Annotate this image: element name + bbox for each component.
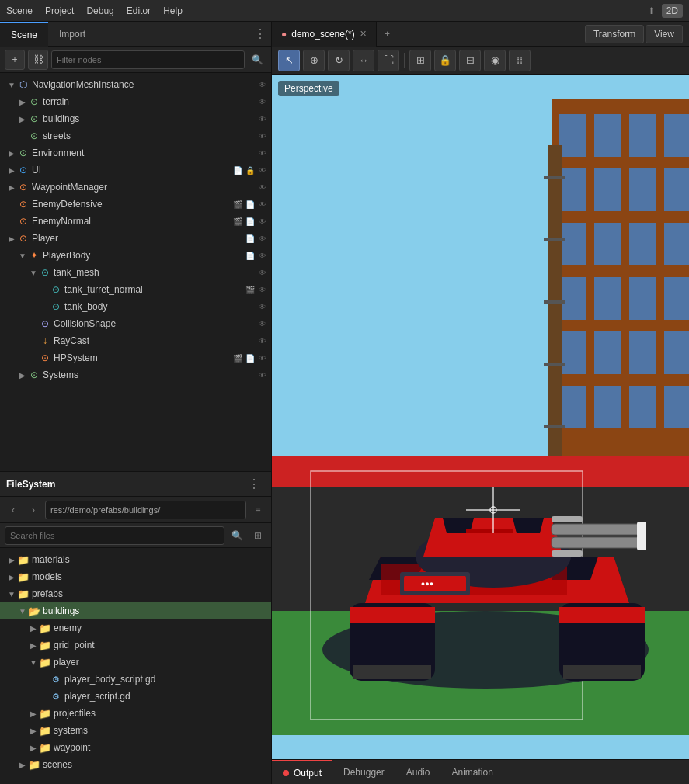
select-tool[interactable]: ↖ — [278, 50, 300, 71]
search-icon[interactable]: 🔍 — [228, 526, 246, 545]
tree-node-EnemyDefensive[interactable]: ⊙ EnemyDefensive 🎬 📄 👁 — [0, 196, 271, 213]
tree-node-tank_body[interactable]: ⊙ tank_body 👁 — [0, 298, 271, 315]
fs-item-prefabs[interactable]: ▼ 📁 prefabs — [0, 585, 271, 602]
eye-icon[interactable]: 👁 — [257, 130, 268, 141]
eye-icon[interactable]: 👁 — [257, 79, 268, 90]
camera-tool[interactable]: ◉ — [484, 50, 506, 71]
upload-icon: ⬆ — [648, 5, 656, 16]
tree-node-CollisionShape[interactable]: ⊙ CollisionShape 👁 — [0, 315, 271, 332]
tree-node-NavigationMeshInstance[interactable]: ▼ ⬡ NavigationMeshInstance 👁 — [0, 76, 271, 93]
viewport-tab-scene[interactable]: ● demo_scene(*) ✕ — [272, 22, 377, 47]
tree-node-EnemyNormal[interactable]: ⊙ EnemyNormal 🎬 📄 👁 — [0, 213, 271, 230]
menu-help[interactable]: Help — [163, 5, 183, 16]
eye-icon[interactable]: 👁 — [257, 301, 268, 312]
fs-item-player[interactable]: ▼ 📁 player — [0, 654, 271, 671]
menu-project[interactable]: Project — [45, 5, 74, 16]
dots-tool[interactable]: ⁞⁞ — [509, 50, 531, 71]
perspective-label[interactable]: Perspective — [278, 81, 339, 96]
eye-icon[interactable]: 👁 — [257, 233, 268, 244]
mesh-icon: ⊙ — [50, 283, 62, 296]
eye-icon[interactable]: 👁 — [257, 216, 268, 227]
layout-toggle-button[interactable]: ⊞ — [249, 527, 266, 544]
eye-icon[interactable]: 👁 — [257, 284, 268, 295]
link-button[interactable]: ⛓ — [28, 50, 48, 70]
tree-node-tank_turret_normal[interactable]: ⊙ tank_turret_normal 🎬 👁 — [0, 281, 271, 298]
eye-icon[interactable]: 👁 — [257, 165, 268, 175]
svg-text:●●●: ●●● — [421, 580, 433, 588]
add-node-button[interactable]: + — [5, 50, 25, 70]
fs-item-projectiles[interactable]: ▶ 📁 projectiles — [0, 705, 271, 722]
tree-node-HPSystem[interactable]: ⊙ HPSystem 🎬 📄 👁 — [0, 349, 271, 366]
arrow-icon: ▼ — [28, 269, 39, 277]
tab-close-button[interactable]: ✕ — [360, 29, 367, 39]
transform-button[interactable]: Transform — [585, 25, 644, 43]
tab-output[interactable]: Output — [272, 760, 332, 785]
fs-item-buildings[interactable]: ▼ 📂 buildings — [0, 602, 271, 619]
eye-icon[interactable]: 👁 — [257, 199, 268, 210]
tree-node-PlayerBody[interactable]: ▼ ✦ PlayerBody 📄 👁 — [0, 247, 271, 264]
collapse-button[interactable]: ≡ — [249, 501, 266, 519]
fs-item-waypoint[interactable]: ▶ 📁 waypoint — [0, 739, 271, 756]
rotate-tool[interactable]: ↻ — [328, 50, 350, 71]
svg-rect-18 — [559, 331, 586, 374]
item-label: scenes — [43, 759, 72, 770]
tree-node-terrain[interactable]: ▶ ⊙ terrain 👁 — [0, 93, 271, 110]
tree-node-Player[interactable]: ▶ ⊙ Player 📄 👁 — [0, 230, 271, 247]
add-tab-button[interactable]: + — [377, 22, 398, 47]
svg-rect-2 — [559, 114, 586, 157]
fs-item-player_body_script[interactable]: ⚙ player_body_script.gd — [0, 671, 271, 688]
eye-icon[interactable]: 👁 — [257, 335, 268, 346]
lock-icon[interactable]: 🔒 — [245, 165, 256, 175]
menu-debug[interactable]: Debug — [86, 5, 113, 16]
nav-forward-button[interactable]: › — [25, 501, 42, 519]
eye-icon[interactable]: 👁 — [257, 267, 268, 278]
eye-icon[interactable]: 👁 — [257, 182, 268, 193]
nav-back-button[interactable]: ‹ — [5, 501, 22, 519]
fs-item-systems[interactable]: ▶ 📁 systems — [0, 722, 271, 739]
snap-tool[interactable]: ⊟ — [459, 50, 481, 71]
search-button[interactable]: 🔍 — [248, 50, 266, 69]
menu-editor[interactable]: Editor — [127, 5, 151, 16]
eye-icon[interactable]: 👁 — [257, 369, 268, 380]
tree-node-tank_mesh[interactable]: ▼ ⊙ tank_mesh 👁 — [0, 264, 271, 281]
tree-node-Systems[interactable]: ▶ ⊙ Systems 👁 — [0, 366, 271, 383]
tree-node-UI[interactable]: ▶ ⊙ UI 📄 🔒 👁 — [0, 161, 271, 179]
eye-icon[interactable]: 👁 — [257, 352, 268, 363]
tab-animation[interactable]: Animation — [440, 760, 503, 785]
tree-node-RayCast[interactable]: ↓ RayCast 👁 — [0, 332, 271, 349]
tree-node-Environment[interactable]: ▶ ⊙ Environment 👁 — [0, 144, 271, 161]
tab-scene[interactable]: Scene — [0, 22, 48, 47]
scene-tree: ▼ ⬡ NavigationMeshInstance 👁 ▶ ⊙ terrain… — [0, 73, 271, 471]
lock-tool[interactable]: 🔒 — [434, 50, 456, 71]
tab-debugger[interactable]: Debugger — [332, 760, 395, 785]
eye-icon[interactable]: 👁 — [257, 96, 268, 107]
fs-item-grid_point[interactable]: ▶ 📁 grid_point — [0, 637, 271, 654]
tree-node-WaypointManager[interactable]: ▶ ⊙ WaypointManager 👁 — [0, 179, 271, 196]
fs-item-scenes[interactable]: ▶ 📁 scenes — [0, 756, 271, 773]
eye-icon[interactable]: 👁 — [257, 113, 268, 124]
move-tool[interactable]: ⊕ — [303, 50, 325, 71]
menu-scene[interactable]: Scene — [6, 5, 33, 16]
eye-icon[interactable]: 👁 — [257, 318, 268, 329]
fs-item-enemy[interactable]: ▶ 📁 enemy — [0, 619, 271, 637]
mode-badge[interactable]: 2D — [662, 4, 683, 18]
tree-node-streets[interactable]: ⊙ streets 👁 — [0, 127, 271, 144]
eye-icon[interactable]: 👁 — [257, 250, 268, 261]
scale-tool[interactable]: ↔ — [353, 50, 374, 71]
fs-item-materials[interactable]: ▶ 📁 materials — [0, 551, 271, 568]
filesystem-menu[interactable]: ⋮ — [243, 472, 265, 497]
view-button[interactable]: View — [646, 25, 683, 43]
tree-node-buildings[interactable]: ▶ ⊙ buildings 👁 — [0, 110, 271, 127]
fs-item-player_script[interactable]: ⚙ player_script.gd — [0, 688, 271, 705]
grid-tool[interactable]: ⊞ — [409, 50, 431, 71]
script-icon: 📄 — [245, 352, 256, 363]
tab-audio[interactable]: Audio — [395, 760, 441, 785]
fs-item-models[interactable]: ▶ 📁 models — [0, 568, 271, 585]
scene-panel-menu[interactable]: ⋮ — [249, 22, 271, 47]
transform-tool[interactable]: ⛶ — [378, 50, 399, 71]
filter-nodes-input[interactable] — [51, 50, 245, 69]
eye-icon[interactable]: 👁 — [257, 147, 268, 158]
filesystem-search-input[interactable] — [5, 526, 224, 545]
tab-import[interactable]: Import — [48, 22, 96, 47]
svg-rect-31 — [544, 425, 565, 428]
